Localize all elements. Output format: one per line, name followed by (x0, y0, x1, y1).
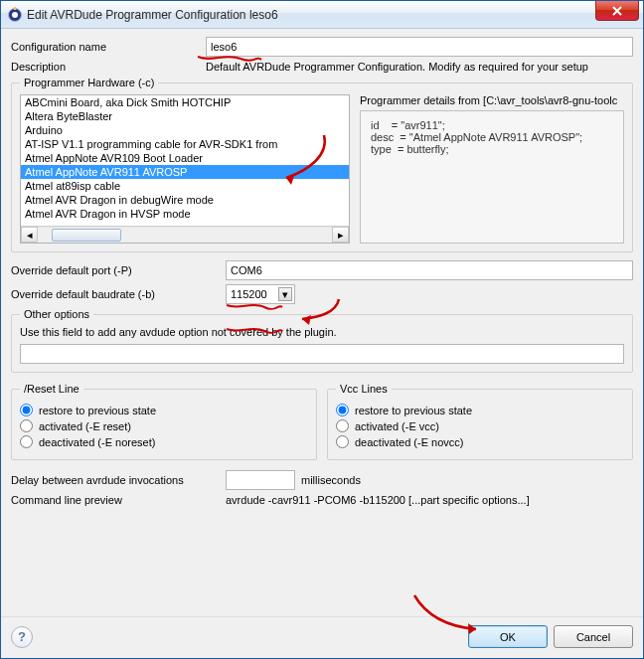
scroll-left-icon[interactable]: ◂ (21, 227, 38, 243)
vcc-lines-group: Vcc Lines restore to previous state acti… (327, 383, 633, 460)
programmer-list-item[interactable]: ABCmini Board, aka Dick Smith HOTCHIP (21, 95, 349, 109)
delay-label: Delay between avrdude invocations (11, 474, 220, 486)
programmer-listbox[interactable]: ABCmini Board, aka Dick Smith HOTCHIPAlt… (21, 95, 349, 226)
scroll-thumb[interactable] (52, 229, 121, 242)
override-baud-value: 115200 (231, 288, 267, 300)
programmer-list-item[interactable]: Altera ByteBlaster (21, 109, 349, 123)
other-options-group: Other options Use this field to add any … (11, 308, 633, 373)
window-title: Edit AVRDude Programmer Configuration le… (27, 8, 278, 22)
programmer-list-item[interactable]: Atmel AVR Dragon in debugWire mode (21, 193, 349, 207)
list-horizontal-scrollbar[interactable]: ◂ ▸ (21, 226, 349, 243)
programmer-list-item[interactable]: AT-ISP V1.1 programming cable for AVR-SD… (21, 137, 349, 151)
cmd-preview-value: avrdude -cavr911 -PCOM6 -b115200 [...par… (226, 494, 530, 506)
other-options-hint: Use this field to add any avdude option … (20, 326, 624, 338)
other-options-input[interactable] (20, 344, 624, 364)
close-button[interactable] (595, 1, 639, 21)
description-label: Description (11, 61, 200, 73)
titlebar[interactable]: Edit AVRDude Programmer Configuration le… (1, 1, 643, 29)
programmer-list-item[interactable]: Atmel AppNote AVR911 AVROSP (21, 165, 349, 179)
help-icon[interactable]: ? (11, 626, 33, 648)
cmd-preview-label: Command line preview (11, 494, 220, 506)
reset-line-legend: /Reset Line (20, 383, 83, 395)
reset-activated-radio[interactable]: activated (-E reset) (20, 419, 308, 432)
programmer-listbox-wrap: ABCmini Board, aka Dick Smith HOTCHIPAlt… (20, 94, 350, 244)
vcc-activated-radio[interactable]: activated (-E vcc) (336, 419, 624, 432)
programmer-details-label: Programmer details from [C:\avr_tools\av… (360, 94, 624, 106)
reset-deactivated-radio[interactable]: deactivated (-E noreset) (20, 435, 308, 448)
scroll-right-icon[interactable]: ▸ (332, 227, 349, 243)
ok-button[interactable]: OK (468, 625, 548, 648)
vcc-restore-radio[interactable]: restore to previous state (336, 404, 624, 416)
scroll-track[interactable] (38, 227, 332, 243)
vcc-lines-legend: Vcc Lines (336, 383, 392, 395)
dialog-footer: ? OK Cancel (1, 616, 643, 658)
other-options-legend: Other options (20, 308, 93, 320)
delay-unit-label: milliseconds (301, 474, 361, 486)
override-baud-label: Override default baudrate (-b) (11, 288, 220, 300)
config-name-label: Configuration name (11, 41, 200, 53)
programmer-list-item[interactable]: Atmel at89isp cable (21, 179, 349, 193)
override-port-input[interactable] (226, 260, 633, 280)
reset-restore-radio[interactable]: restore to previous state (20, 404, 308, 416)
cancel-button[interactable]: Cancel (554, 625, 633, 648)
programmer-details-box: id = "avr911"; desc = "Atmel AppNote AVR… (360, 110, 624, 244)
override-port-label: Override default port (-P) (11, 264, 220, 276)
chevron-down-icon: ▾ (278, 287, 292, 301)
reset-line-group: /Reset Line restore to previous state ac… (11, 383, 317, 460)
programmer-hardware-group: Programmer Hardware (-c) ABCmini Board, … (11, 77, 633, 252)
dialog-window: Edit AVRDude Programmer Configuration le… (0, 0, 644, 659)
programmer-list-item[interactable]: Arduino (21, 123, 349, 137)
config-name-input[interactable] (206, 37, 633, 57)
app-icon (7, 7, 23, 23)
dialog-content: Configuration name Description Default A… (1, 29, 643, 616)
description-value: Default AVRDude Programmer Configuration… (206, 61, 633, 73)
programmer-list-item[interactable]: Atmel AppNote AVR109 Boot Loader (21, 151, 349, 165)
svg-rect-2 (14, 7, 16, 10)
vcc-deactivated-radio[interactable]: deactivated (-E novcc) (336, 435, 624, 448)
delay-input[interactable] (226, 470, 295, 490)
programmer-hardware-legend: Programmer Hardware (-c) (20, 77, 158, 88)
programmer-list-item[interactable]: Atmel AVR Dragon in HVSP mode (21, 207, 349, 221)
svg-point-1 (12, 12, 18, 18)
override-baud-combo[interactable]: 115200 ▾ (226, 284, 295, 304)
